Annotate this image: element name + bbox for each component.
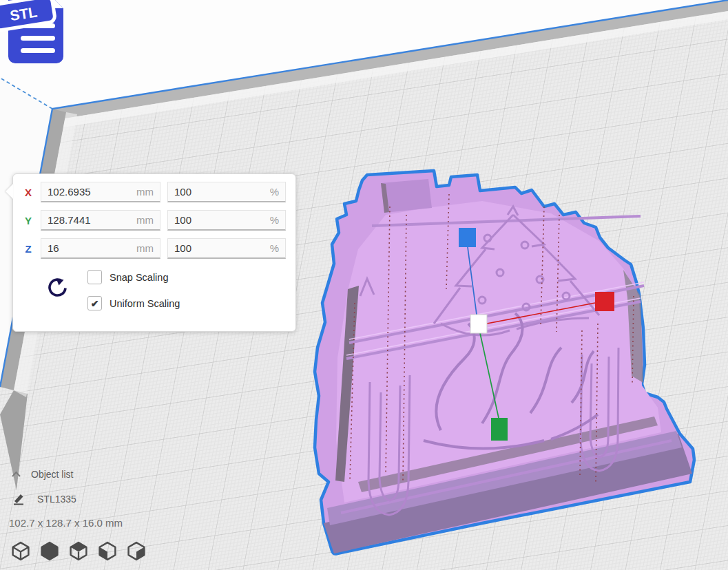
view-left-button[interactable] bbox=[96, 541, 118, 562]
pencil-icon bbox=[12, 493, 25, 505]
scale-z-percent-field[interactable]: 100 % bbox=[167, 238, 286, 259]
scale-y-mm-field[interactable]: 128.7441 mm bbox=[41, 210, 160, 231]
scale-y-percent-field[interactable]: 100 % bbox=[167, 210, 286, 231]
object-list-item[interactable]: STL1335 bbox=[12, 493, 76, 505]
scale-x-percent-unit: % bbox=[270, 186, 279, 198]
scale-row-x: X 102.6935 mm 100 % bbox=[23, 182, 286, 202]
scale-y-percent-unit: % bbox=[270, 214, 279, 226]
scale-y-mm-value: 128.7441 bbox=[48, 214, 91, 226]
scale-z-mm-field[interactable]: 16 mm bbox=[41, 238, 160, 259]
axis-z-label: Z bbox=[23, 243, 34, 255]
scale-x-percent-field[interactable]: 100 % bbox=[167, 182, 286, 202]
viewport: STL X 102.6935 mm 100 % Y 128.7441 mm 1 bbox=[0, 0, 728, 570]
view-top-button[interactable] bbox=[67, 541, 90, 562]
view-front-icon bbox=[39, 541, 60, 561]
view-3d-button[interactable] bbox=[10, 541, 32, 562]
view-right-icon bbox=[126, 541, 147, 561]
uniform-scaling-label: Uniform Scaling bbox=[110, 298, 180, 309]
snap-scaling-label: Snap Scaling bbox=[110, 272, 168, 283]
scale-x-mm-unit: mm bbox=[136, 186, 154, 198]
reset-scale-button[interactable] bbox=[46, 277, 68, 300]
scale-tool-panel: X 102.6935 mm 100 % Y 128.7441 mm 100 % … bbox=[12, 173, 296, 332]
scale-handle-z[interactable] bbox=[459, 228, 476, 247]
scale-x-mm-field[interactable]: 102.6935 mm bbox=[41, 182, 160, 202]
scale-row-z: Z 16 mm 100 % bbox=[23, 238, 286, 259]
scale-z-mm-value: 16 bbox=[48, 242, 59, 254]
scale-z-percent-unit: % bbox=[270, 242, 279, 254]
snap-scaling-row: Snap Scaling bbox=[87, 270, 180, 284]
view-front-button[interactable] bbox=[39, 541, 61, 562]
view-3d-icon bbox=[10, 541, 31, 561]
uniform-scaling-checkbox[interactable] bbox=[87, 296, 102, 310]
scale-x-percent-value: 100 bbox=[174, 186, 191, 198]
scale-z-percent-value: 100 bbox=[174, 242, 191, 254]
panel-pointer-notch bbox=[6, 184, 13, 199]
scale-handle-y[interactable] bbox=[491, 418, 508, 441]
view-right-button[interactable] bbox=[125, 541, 147, 562]
scale-x-mm-value: 102.6935 bbox=[48, 186, 91, 198]
view-top-icon bbox=[68, 541, 89, 561]
stl-file-thumbnail: STL bbox=[0, 0, 76, 70]
model-dimensions-readout: 102.7 x 128.7 x 16.0 mm bbox=[9, 517, 123, 529]
view-left-icon bbox=[97, 541, 118, 561]
axis-x-label: X bbox=[23, 187, 34, 198]
object-name: STL1335 bbox=[37, 494, 76, 505]
scale-handle-x[interactable] bbox=[595, 292, 614, 311]
chevron-up-icon bbox=[11, 471, 21, 478]
scale-y-percent-value: 100 bbox=[174, 214, 191, 226]
camera-view-toolbar bbox=[10, 541, 147, 562]
object-list-toggle[interactable]: Object list bbox=[11, 469, 73, 480]
scale-y-mm-unit: mm bbox=[136, 214, 154, 226]
scale-handle-center[interactable] bbox=[470, 315, 487, 333]
snap-scaling-checkbox[interactable] bbox=[87, 270, 102, 284]
scale-row-y: Y 128.7441 mm 100 % bbox=[23, 210, 286, 231]
axis-y-label: Y bbox=[23, 215, 34, 226]
uniform-scaling-row: Uniform Scaling bbox=[87, 296, 180, 310]
object-list-label: Object list bbox=[31, 469, 73, 480]
scale-z-mm-unit: mm bbox=[136, 242, 154, 254]
